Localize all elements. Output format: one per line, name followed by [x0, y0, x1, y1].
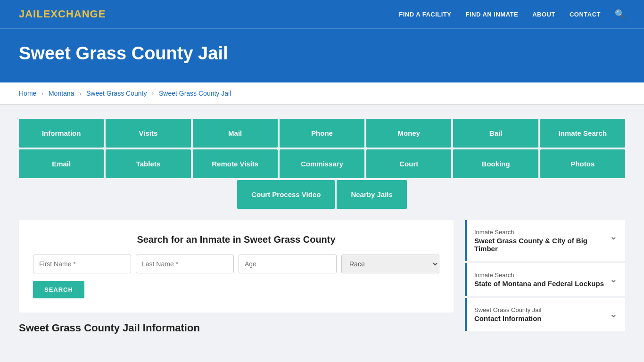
btn-booking[interactable]: Booking	[453, 149, 538, 178]
sidebar-item-text-contact: Sweet Grass County Jail Contact Informat…	[474, 306, 542, 322]
sidebar-item-inmate-search-mt[interactable]: Inmate Search State of Montana and Feder…	[465, 263, 625, 296]
search-button[interactable]: SEARCH	[33, 281, 84, 298]
button-grid-row2: Email Tablets Remote Visits Commissary C…	[19, 149, 625, 178]
sidebar-label-sgc: Inmate Search	[474, 229, 605, 236]
btn-email[interactable]: Email	[19, 149, 104, 178]
sep1: ›	[41, 90, 44, 97]
main-nav: FIND A FACILITY FIND AN INMATE ABOUT CON…	[399, 9, 625, 19]
sidebar: Inmate Search Sweet Grass County & City …	[465, 220, 625, 333]
sidebar-label-contact: Sweet Grass County Jail	[474, 306, 542, 313]
sep2: ›	[79, 90, 82, 97]
search-fields: Race White Black Hispanic Asian Other	[33, 255, 439, 273]
btn-remote-visits[interactable]: Remote Visits	[193, 149, 278, 178]
last-name-input[interactable]	[136, 255, 234, 273]
nav-contact[interactable]: CONTACT	[570, 11, 601, 18]
sidebar-label-mt: Inmate Search	[474, 272, 604, 279]
lower-section: Search for an Inmate in Sweet Grass Coun…	[19, 220, 625, 334]
age-input[interactable]	[239, 255, 337, 273]
sidebar-item-text-sgc: Inmate Search Sweet Grass County & City …	[474, 229, 605, 253]
sidebar-title-mt: State of Montana and Federal Lockups	[474, 280, 604, 288]
race-select[interactable]: Race White Black Hispanic Asian Other	[341, 255, 439, 273]
btn-phone[interactable]: Phone	[280, 119, 364, 148]
chevron-down-icon-2: ⌄	[610, 273, 618, 285]
btn-information[interactable]: Information	[19, 119, 104, 148]
breadcrumb-sweet-grass-county[interactable]: Sweet Grass County	[86, 90, 147, 97]
btn-nearby-jails[interactable]: Nearby Jails	[337, 180, 406, 209]
search-box: Search for an Inmate in Sweet Grass Coun…	[19, 220, 454, 313]
btn-tablets[interactable]: Tablets	[106, 149, 190, 178]
btn-court[interactable]: Court	[366, 149, 451, 178]
search-icon[interactable]: 🔍	[615, 9, 625, 19]
nav-about[interactable]: ABOUT	[532, 11, 555, 18]
search-title: Search for an Inmate in Sweet Grass Coun…	[33, 234, 439, 245]
logo[interactable]: JAILEXCHANGE	[19, 8, 106, 20]
button-grid-row3: Court Process Video Nearby Jails	[19, 180, 625, 209]
breadcrumb: Home › Montana › Sweet Grass County › Sw…	[0, 82, 644, 105]
logo-jail: JAIL	[19, 8, 43, 20]
sidebar-title-contact: Contact Information	[474, 314, 542, 322]
sidebar-item-inmate-search-sgc[interactable]: Inmate Search Sweet Grass County & City …	[465, 220, 625, 261]
nav-find-inmate[interactable]: FIND AN INMATE	[465, 11, 518, 18]
button-grid-row1: Information Visits Mail Phone Money Bail…	[19, 119, 625, 148]
btn-commissary[interactable]: Commissary	[280, 149, 364, 178]
btn-money[interactable]: Money	[366, 119, 451, 148]
info-heading: Sweet Grass County Jail Information	[19, 322, 454, 334]
chevron-down-icon-3: ⌄	[610, 308, 618, 320]
sidebar-item-text-mt: Inmate Search State of Montana and Feder…	[474, 272, 604, 288]
btn-mail[interactable]: Mail	[193, 119, 278, 148]
btn-inmate-search[interactable]: Inmate Search	[540, 119, 625, 148]
btn-visits[interactable]: Visits	[106, 119, 190, 148]
chevron-down-icon: ⌄	[610, 230, 618, 242]
btn-court-process-video[interactable]: Court Process Video	[237, 180, 335, 209]
left-column: Search for an Inmate in Sweet Grass Coun…	[19, 220, 454, 334]
sidebar-title-sgc: Sweet Grass County & City of Big Timber	[474, 237, 605, 253]
btn-photos[interactable]: Photos	[540, 149, 625, 178]
breadcrumb-home[interactable]: Home	[19, 90, 36, 97]
breadcrumb-montana[interactable]: Montana	[49, 90, 74, 97]
btn-bail[interactable]: Bail	[453, 119, 538, 148]
sidebar-item-contact-info[interactable]: Sweet Grass County Jail Contact Informat…	[465, 298, 625, 331]
breadcrumb-current: Sweet Grass County Jail	[159, 90, 231, 97]
page-title: Sweet Grass County Jail	[19, 43, 625, 64]
logo-exchange: EXCHANGE	[43, 8, 106, 20]
nav-find-facility[interactable]: FIND A FACILITY	[399, 11, 451, 18]
header: JAILEXCHANGE FIND A FACILITY FIND AN INM…	[0, 0, 644, 28]
sep3: ›	[152, 90, 154, 97]
main-content: Information Visits Mail Phone Money Bail…	[0, 105, 644, 348]
first-name-input[interactable]	[33, 255, 131, 273]
hero-banner: Sweet Grass County Jail	[0, 28, 644, 82]
